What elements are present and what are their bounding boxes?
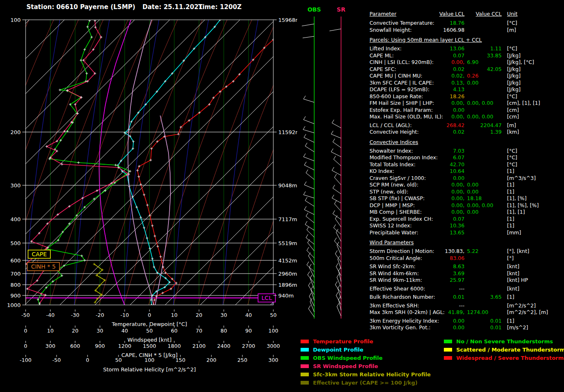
row-unit: [1]: [507, 318, 514, 324]
wind-barb-feather: [337, 274, 339, 277]
wind-barb: [303, 99, 314, 102]
windspeed-axis-tick-label: 0: [24, 328, 27, 334]
wind-barb: [303, 195, 314, 198]
row-value-extra: 0.00: [467, 209, 479, 215]
row-unit: [m^2/s^2], [m]: [507, 309, 548, 315]
col-header-parameter: Parameter: [370, 11, 396, 17]
wind-barb-feather: [336, 229, 338, 232]
dry-adiabat-line: [173, 20, 277, 305]
table-row: SR Wind Sfc-2km:8.63[knt]: [370, 263, 564, 270]
wind-barb: [306, 238, 314, 244]
table-row: Lifted Index:13.061.11[°C]: [370, 45, 564, 52]
row-value-lcl: 25.97: [418, 277, 464, 283]
wind-barb-feather: [308, 305, 310, 309]
pressure-tick-label: 300: [10, 182, 21, 189]
legend-label: No / Non Severe Thunderstorms: [456, 338, 553, 345]
altitude-tick-label: 1896m: [278, 282, 297, 288]
table-row: Modified Thompson Index:6.07[°C]: [370, 154, 564, 161]
row-value-extra-part: 0.00: [467, 80, 479, 86]
row-value-lcl: 1606.98: [418, 27, 464, 33]
row-label: DCP | MMP | MSP:: [370, 202, 415, 208]
dry-adiabat-line: [99, 20, 202, 305]
wind-barb-feather: [336, 292, 338, 295]
windspeed-axis-tick-label: 60: [171, 328, 178, 334]
table-row: DCP | MMP | MSP:0.00,0.00, 0.00[1], [%],…: [370, 202, 564, 209]
temperature-axis-tick-label: 50: [270, 312, 277, 318]
table-section-title: Parcels: Using 50mB mean layer LCL + CCL: [370, 37, 564, 44]
table-row: 3km Vorticity Gen. Pot.:0.000.01[m/s^2]: [370, 324, 564, 331]
wind-barb-feather: [304, 134, 306, 137]
srh-axis-tick-label: 200: [206, 357, 216, 363]
wind-barb-columns: OBSSR: [297, 0, 372, 334]
temperature-axis-tick-label: -10: [121, 312, 129, 318]
col-header-value-lcl: Value LCL: [418, 11, 464, 17]
row-value-lcl: 0.00,: [418, 209, 464, 215]
wind-barb-feather: [336, 263, 338, 267]
row-value-lcl: 0.00,: [418, 182, 464, 188]
wind-barb-feather: [309, 264, 311, 267]
row-label: STP (new, old):: [370, 189, 408, 195]
srh-axis-tick-label: 0: [86, 357, 89, 363]
table-row: Max 3km SRH (0-2km) | AGL:41.89,1274.00[…: [370, 309, 564, 316]
wind-barb: [305, 201, 314, 206]
srh-axis-tick-label: 150: [175, 357, 185, 363]
row-value-lcl: 83.06: [418, 255, 464, 261]
table-row: 3km SFC CAPE | IL CAPE:0.13,0.00[J/kg]: [370, 80, 564, 87]
srh-axis-tick-label: 300: [268, 357, 278, 363]
table-row: 500m Critical Angle:83.06[°]: [370, 255, 564, 262]
legend-label: OBS Windspeed Profile: [313, 355, 383, 361]
wind-barb-feather: [305, 197, 307, 201]
row-unit: [°C]: [507, 161, 517, 168]
row-value-ccl: 2204.47: [464, 122, 502, 128]
wind-barb-feather: [305, 221, 307, 224]
row-value-extra-part: 0.00: [482, 100, 493, 106]
legend-swatch-icon: [301, 340, 309, 343]
row-unit: [cm]: [507, 113, 519, 120]
cape-axis-tick-label: 0: [24, 343, 27, 349]
wind-barb-feather: [331, 131, 333, 134]
table-row: CAPE ML:0.0733.85[J/kg]: [370, 52, 564, 59]
wind-barb: [305, 146, 314, 152]
row-value-lcl: 3.69: [418, 270, 464, 276]
row-value-lcl: 0.00,: [418, 113, 464, 120]
windspeed-axis-tick-label: 40: [121, 328, 128, 334]
table-row: CINH | LSI (LCL: 920mB):0.00,6.90[J/kg],…: [370, 59, 564, 66]
wind-barb: [331, 152, 341, 157]
pressure-tick-label: 1000: [7, 302, 21, 308]
legend-swatch-icon: [444, 340, 452, 343]
isotherm-line: [95, 20, 297, 305]
legend-swatch-icon: [444, 348, 452, 352]
row-unit: [cm]: [507, 107, 519, 113]
wind-barb: [306, 173, 314, 179]
row-value-extra: 6.90: [467, 59, 479, 65]
row-label: Lifted Index:: [370, 45, 402, 52]
table-row: Estofex Exp. Hail Param:0.00[cm]: [370, 107, 564, 114]
legend-label: Scattered / Moderate Thunderstorms: [456, 347, 564, 353]
table-row: Convective Height:0.021.39[km]: [370, 129, 564, 136]
wind-barb-feather: [333, 185, 335, 188]
row-value-lcl: 130.83,: [418, 248, 464, 254]
srh-axis-tick-label: -100: [20, 357, 31, 363]
legend-item: Scattered / Moderate Thunderstorms: [444, 347, 564, 355]
row-value-lcl: 0.02: [418, 66, 464, 72]
row-value-lcl: 13.06: [418, 45, 464, 52]
cape-label: CAPE: [32, 251, 47, 257]
wind-barb: [334, 204, 341, 211]
dry-adiabat-line: [149, 20, 252, 305]
row-value-extra: 0.00: [467, 80, 479, 86]
row-unit: [cm], [1], [1]: [507, 100, 540, 106]
altitude-tick-label: 4152m: [278, 257, 297, 264]
row-unit: [1]: [507, 168, 514, 174]
row-unit: [1]: [507, 222, 514, 229]
wind-barb: [304, 165, 314, 170]
row-value-lcl: 0.00: [418, 175, 464, 181]
wind-barb-feather: [334, 201, 337, 204]
row-value-lcl: 10.64: [418, 168, 464, 174]
table-row: CAPE SFC:0.0242.05[J/kg]: [370, 66, 564, 73]
wind-barb: [307, 265, 314, 272]
row-value-extra-part: 6.90: [467, 59, 479, 65]
wind-barb: [307, 250, 314, 258]
table-header-row: ParameterValue LCLValue CCLUnit: [370, 11, 564, 20]
temperature-axis-tick-label: -30: [71, 312, 79, 318]
row-unit: [J/kg]: [507, 52, 521, 59]
